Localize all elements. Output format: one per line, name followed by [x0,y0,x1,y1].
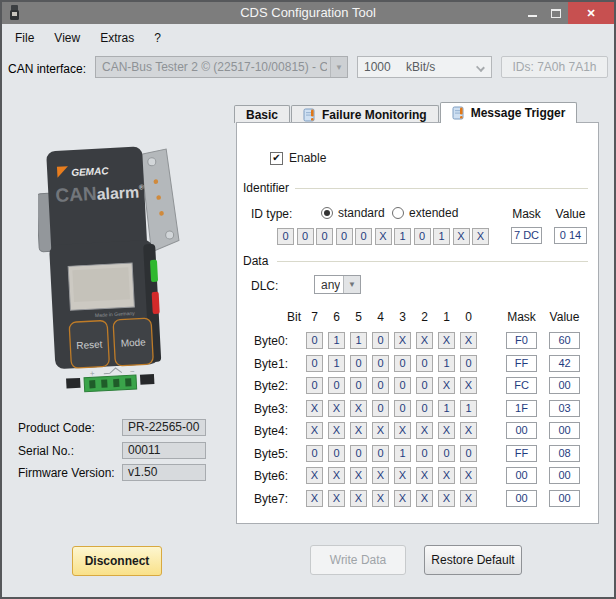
byte0-bit-0[interactable]: X [460,332,477,349]
byte0-bit-4[interactable]: 0 [372,332,389,349]
menu-item-help[interactable]: ? [151,29,164,47]
byte4-bit-2[interactable]: X [416,422,433,439]
byte6-bit-6[interactable]: X [328,467,345,484]
menu-item-file[interactable]: File [12,29,37,47]
identifier-mask-field[interactable]: 7 DC [511,227,542,244]
byte4-bit-7[interactable]: X [306,422,323,439]
byte7-bit-1[interactable]: X [438,490,455,507]
byte2-bit-1[interactable]: X [438,377,455,394]
write-data-button[interactable]: Write Data [310,545,406,575]
byte6-bit-5[interactable]: X [350,467,367,484]
enable-checkbox[interactable]: ✔ [270,152,283,165]
byte6-bit-3[interactable]: X [394,467,411,484]
byte0-bit-3[interactable]: X [394,332,411,349]
byte7-bit-6[interactable]: X [328,490,345,507]
identifier-bit-0[interactable]: X [472,228,489,245]
maximize-button[interactable] [544,2,568,24]
byte3-bit-1[interactable]: 1 [438,400,455,417]
identifier-bit-9[interactable]: 0 [297,228,314,245]
menu-item-extras[interactable]: Extras [97,29,137,47]
byte1-bit-5[interactable]: 0 [350,355,367,372]
byte6-bit-2[interactable]: X [416,467,433,484]
identifier-bit-1[interactable]: X [453,228,470,245]
byte5-bit-5[interactable]: 0 [350,445,367,462]
byte1-mask-field[interactable]: FF [506,355,537,372]
byte4-bit-0[interactable]: X [460,422,477,439]
byte1-bit-1[interactable]: 1 [438,355,455,372]
byte4-bit-4[interactable]: X [372,422,389,439]
identifier-bit-4[interactable]: 1 [394,228,411,245]
byte3-bit-7[interactable]: X [306,400,323,417]
restore-default-button[interactable]: Restore Default [424,545,522,575]
minimize-button[interactable] [520,2,544,24]
byte5-mask-field[interactable]: FF [506,445,537,462]
identifier-bit-5[interactable]: X [375,228,392,245]
byte0-bit-6[interactable]: 1 [328,332,345,349]
tab-message-trigger[interactable]: Message Trigger [440,102,578,123]
identifier-bit-6[interactable]: 0 [355,228,372,245]
disconnect-button[interactable]: Disconnect [72,546,162,576]
ids-button[interactable]: IDs: 7A0h 7A1h [501,56,608,78]
byte7-bit-2[interactable]: X [416,490,433,507]
byte7-bit-7[interactable]: X [306,490,323,507]
byte5-bit-7[interactable]: 0 [306,445,323,462]
byte7-bit-3[interactable]: X [394,490,411,507]
byte4-bit-6[interactable]: X [328,422,345,439]
byte5-bit-1[interactable]: 0 [438,445,455,462]
byte6-bit-7[interactable]: X [306,467,323,484]
byte1-value-field[interactable]: 42 [549,355,580,372]
byte7-mask-field[interactable]: 00 [506,490,537,507]
byte7-bit-0[interactable]: X [460,490,477,507]
byte2-bit-5[interactable]: 0 [350,377,367,394]
byte2-mask-field[interactable]: FC [506,377,537,394]
identifier-bit-8[interactable]: 0 [316,228,333,245]
byte7-bit-4[interactable]: X [372,490,389,507]
byte4-bit-3[interactable]: X [394,422,411,439]
menu-item-view[interactable]: View [51,29,83,47]
byte5-value-field[interactable]: 08 [549,445,580,462]
close-button[interactable]: ✕ [568,2,614,24]
byte4-bit-1[interactable]: X [438,422,455,439]
byte6-value-field[interactable]: 00 [549,467,580,484]
byte6-bit-4[interactable]: X [372,467,389,484]
byte3-bit-5[interactable]: X [350,400,367,417]
byte2-bit-2[interactable]: 0 [416,377,433,394]
byte7-value-field[interactable]: 00 [549,490,580,507]
byte7-bit-5[interactable]: X [350,490,367,507]
identifier-bit-3[interactable]: 0 [414,228,431,245]
byte2-bit-6[interactable]: 0 [328,377,345,394]
radio-standard[interactable]: standard [321,206,385,220]
baudrate-select[interactable]: 1000 kBit/s [357,56,492,78]
byte6-bit-1[interactable]: X [438,467,455,484]
byte0-mask-field[interactable]: F0 [506,332,537,349]
byte2-bit-4[interactable]: 0 [372,377,389,394]
byte3-bit-3[interactable]: 0 [394,400,411,417]
identifier-bit-2[interactable]: 1 [433,228,450,245]
byte4-value-field[interactable]: 00 [549,422,580,439]
byte5-bit-3[interactable]: 1 [394,445,411,462]
byte3-bit-6[interactable]: X [328,400,345,417]
byte6-bit-0[interactable]: X [460,467,477,484]
byte6-mask-field[interactable]: 00 [506,467,537,484]
byte5-bit-6[interactable]: 0 [328,445,345,462]
byte4-mask-field[interactable]: 00 [506,422,537,439]
identifier-bit-7[interactable]: 0 [336,228,353,245]
byte4-bit-5[interactable]: X [350,422,367,439]
byte3-bit-2[interactable]: 0 [416,400,433,417]
dlc-select[interactable]: any ▼ [314,275,361,294]
byte1-bit-0[interactable]: 0 [460,355,477,372]
can-interface-select[interactable]: CAN-Bus Tester 2 © (22517-10/00815) - CA… [95,56,348,78]
byte0-bit-7[interactable]: 0 [306,332,323,349]
byte3-value-field[interactable]: 03 [549,400,580,417]
byte2-bit-7[interactable]: 0 [306,377,323,394]
byte0-bit-5[interactable]: 1 [350,332,367,349]
byte0-bit-2[interactable]: X [416,332,433,349]
tab-basic[interactable]: Basic [234,105,290,123]
byte0-value-field[interactable]: 60 [549,332,580,349]
byte5-bit-2[interactable]: 0 [416,445,433,462]
byte1-bit-7[interactable]: 0 [306,355,323,372]
radio-extended[interactable]: extended [392,206,458,220]
identifier-value-field[interactable]: 0 14 [554,227,587,244]
byte1-bit-3[interactable]: 0 [394,355,411,372]
byte5-bit-4[interactable]: 0 [372,445,389,462]
